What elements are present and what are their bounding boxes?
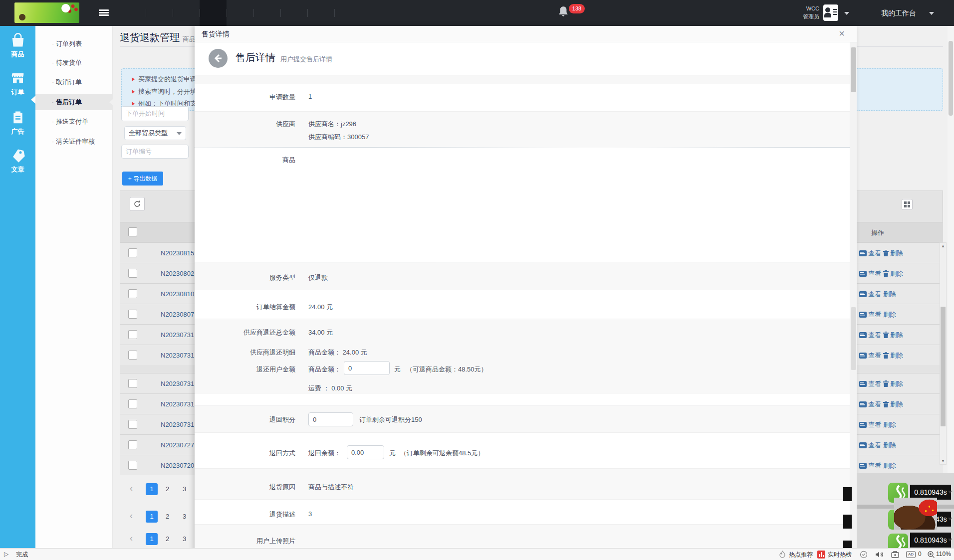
order-number-link[interactable]: N20230807: [161, 311, 194, 318]
view-button[interactable]: 查看: [868, 400, 881, 408]
view-button[interactable]: 查看: [868, 462, 881, 469]
row-checkbox[interactable]: [128, 310, 137, 319]
date-start-input[interactable]: 下单开始时间: [121, 106, 189, 121]
view-button[interactable]: 查看: [868, 352, 881, 359]
delete-button[interactable]: 删除: [883, 421, 896, 428]
strawberry-thumbnail[interactable]: [894, 498, 937, 530]
top-menu-item[interactable]: [253, 0, 280, 26]
chevron-down-icon[interactable]: [948, 518, 952, 521]
close-icon[interactable]: ×: [839, 28, 845, 39]
view-button[interactable]: 查看: [868, 331, 881, 339]
modal-scrollbar[interactable]: [850, 42, 857, 560]
order-number-link[interactable]: N20230731: [161, 380, 194, 387]
submenu-item[interactable]: · 清关证件审核: [35, 134, 113, 150]
sidebar-item-articles[interactable]: 文章: [0, 148, 35, 174]
row-checkbox[interactable]: [128, 379, 137, 388]
refresh-button[interactable]: [130, 197, 145, 211]
chevron-left-icon[interactable]: ‹: [130, 511, 133, 521]
sidebar-item-ads[interactable]: 广告: [0, 110, 35, 136]
order-no-input[interactable]: 订单编号: [121, 145, 189, 159]
sidebar-item-goods[interactable]: 商品: [0, 33, 35, 59]
balance-input[interactable]: [347, 445, 384, 459]
top-menu-item[interactable]: [119, 0, 146, 26]
page-2-button[interactable]: 2: [166, 535, 169, 543]
play-icon[interactable]: ▷: [4, 551, 8, 558]
scrollbar-thumb[interactable]: [949, 41, 953, 116]
delete-button[interactable]: 删除: [890, 331, 903, 339]
row-checkbox[interactable]: [128, 289, 137, 298]
export-data-button[interactable]: + 导出数据: [122, 172, 163, 186]
video-duration-badge[interactable]: 0.810943s: [910, 533, 951, 548]
view-button[interactable]: 查看: [868, 380, 881, 387]
view-button[interactable]: 查看: [868, 270, 881, 277]
delete-button[interactable]: 删除: [883, 311, 896, 318]
row-checkbox[interactable]: [128, 399, 137, 408]
scroll-up-icon[interactable]: ▲: [941, 244, 945, 248]
view-button[interactable]: 查看: [868, 311, 881, 318]
delete-button[interactable]: 删除: [890, 270, 903, 277]
app-logo[interactable]: [14, 2, 79, 23]
delete-button[interactable]: 删除: [883, 290, 896, 298]
chevron-down-icon[interactable]: [844, 12, 849, 15]
order-number-link[interactable]: N20230802: [161, 270, 194, 277]
order-number-link[interactable]: N20230731: [161, 400, 194, 408]
view-button[interactable]: 查看: [868, 249, 881, 257]
submenu-item[interactable]: · 取消订单: [35, 74, 113, 90]
box-icon[interactable]: [891, 551, 899, 559]
page-1-button[interactable]: 1: [146, 511, 158, 523]
order-number-link[interactable]: N20230810: [161, 290, 194, 298]
shield-check-icon[interactable]: [860, 551, 868, 559]
order-number-link[interactable]: N20230731: [161, 352, 194, 359]
order-number-link[interactable]: N20230815: [161, 249, 194, 257]
submenu-item[interactable]: · 订单列表: [35, 36, 113, 52]
top-menu-item[interactable]: [307, 0, 334, 26]
order-number-link[interactable]: N20230727: [161, 441, 194, 449]
refund-amount-input[interactable]: [344, 361, 390, 375]
row-checkbox[interactable]: [128, 420, 137, 429]
notification-bell[interactable]: 138: [558, 5, 588, 22]
column-config-button[interactable]: [902, 199, 913, 210]
page-3-button[interactable]: 3: [183, 513, 186, 520]
scrollbar-thumb[interactable]: [941, 307, 946, 426]
ops-scrollbar[interactable]: ▲ ▼: [940, 242, 947, 465]
avatar[interactable]: [823, 4, 838, 21]
back-button[interactable]: [209, 49, 228, 68]
scrollbar-thumb[interactable]: [851, 307, 856, 370]
top-menu-item[interactable]: [173, 0, 200, 26]
submenu-item[interactable]: · 待发货单: [35, 55, 113, 71]
view-button[interactable]: 查看: [868, 441, 881, 449]
scroll-down-icon[interactable]: ▼: [941, 459, 945, 463]
order-number-link[interactable]: N20230720: [161, 462, 194, 469]
delete-button[interactable]: 删除: [883, 441, 896, 449]
ad-blocker-icon[interactable]: AD: [906, 551, 916, 558]
page-3-button[interactable]: 3: [183, 485, 186, 493]
submenu-item[interactable]: · 推送支付单: [35, 114, 113, 130]
chevron-left-icon[interactable]: ‹: [130, 483, 133, 494]
page-1-button[interactable]: 1: [146, 483, 158, 495]
page-3-button[interactable]: 3: [183, 535, 186, 543]
delete-button[interactable]: 删除: [890, 400, 903, 408]
row-checkbox[interactable]: [128, 330, 137, 339]
delete-button[interactable]: 删除: [890, 380, 903, 387]
row-checkbox[interactable]: [128, 440, 137, 449]
chevron-down-icon[interactable]: [948, 491, 952, 494]
top-menu-item[interactable]: [280, 0, 307, 26]
row-checkbox[interactable]: [128, 248, 137, 257]
chevron-down-icon[interactable]: [929, 12, 934, 15]
page-scrollbar[interactable]: [948, 26, 954, 548]
row-checkbox[interactable]: [128, 269, 137, 278]
row-checkbox[interactable]: [128, 351, 137, 360]
top-menu-item[interactable]: [334, 0, 361, 26]
scrollbar-thumb[interactable]: [851, 47, 856, 92]
zoom-icon[interactable]: [927, 551, 935, 559]
submenu-item[interactable]: · 售后订单: [35, 94, 113, 110]
view-button[interactable]: 查看: [868, 290, 881, 298]
delete-button[interactable]: 删除: [890, 249, 903, 257]
workbench-link[interactable]: 我的工作台: [881, 0, 916, 26]
chevron-down-icon[interactable]: [948, 539, 952, 542]
realtime-hotlist-link[interactable]: 实时热榜: [828, 551, 852, 559]
page-1-button[interactable]: 1: [146, 533, 158, 545]
view-button[interactable]: 查看: [868, 421, 881, 428]
select-all-checkbox[interactable]: [128, 227, 137, 236]
chevron-left-icon[interactable]: ‹: [130, 533, 133, 544]
